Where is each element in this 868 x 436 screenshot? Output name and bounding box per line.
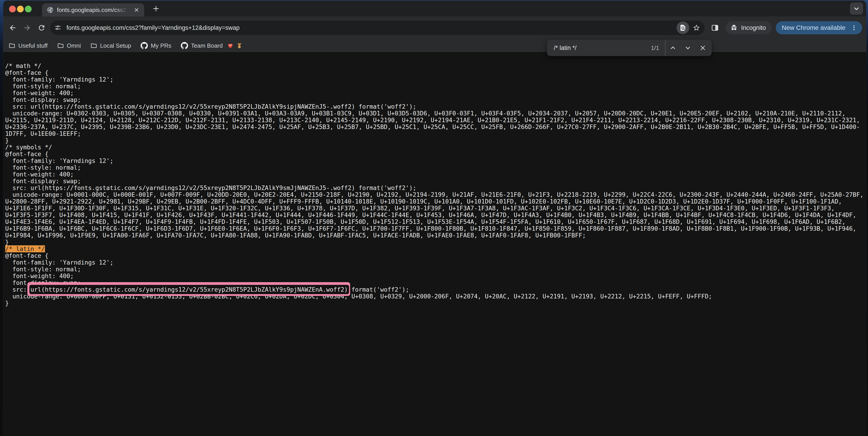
- code-line: src: url(https://fonts.gstatic.com/s/yar…: [5, 103, 416, 110]
- bookmark-folder-omni[interactable]: Omni: [57, 42, 81, 49]
- bookmark-label: My PRs: [151, 42, 171, 49]
- incognito-label: Incognito: [741, 24, 766, 31]
- find-input[interactable]: /* latin */: [554, 44, 651, 52]
- bookmark-star-icon[interactable]: [690, 22, 703, 34]
- incognito-icon: [730, 24, 738, 32]
- find-in-page-icon[interactable]: [677, 22, 689, 34]
- code-line: }: [5, 137, 9, 144]
- tab-title: fonts.googleapis.com/css2?fa: [57, 6, 129, 13]
- forward-button[interactable]: [20, 21, 34, 35]
- find-next-button[interactable]: [680, 41, 695, 55]
- incognito-badge: Incognito: [725, 21, 772, 34]
- find-bar: /* latin */ 1/1: [547, 40, 712, 56]
- find-match-count: 1/1: [651, 44, 659, 52]
- code-line: font-style: normal;: [5, 266, 81, 273]
- code-line: font-family: 'Yarndings 12';: [5, 259, 114, 266]
- code-line: font-display: swap;: [5, 96, 81, 103]
- url-text[interactable]: fonts.googleapis.com/css2?family=Yarndin…: [66, 24, 677, 31]
- code-line: }: [5, 300, 9, 307]
- bookmark-folder-local-setup[interactable]: Local Setup: [90, 42, 131, 49]
- tab-strip: fonts.googleapis.com/css2?fa: [3, 0, 866, 16]
- zoom-window-button[interactable]: [25, 6, 32, 12]
- site-info-icon[interactable]: [52, 22, 64, 34]
- code-line: font-weight: 400;: [5, 272, 74, 279]
- code-line: font-weight: 400;: [5, 90, 74, 97]
- tab-close-icon[interactable]: [132, 5, 141, 14]
- back-button[interactable]: [5, 21, 20, 35]
- bookmark-folder-useful-stuff[interactable]: Useful stuff: [8, 42, 48, 49]
- code-line: unicode-range: U+0001-000C, U+000E-001F,…: [5, 191, 866, 239]
- code-line: @font-face {: [5, 150, 49, 158]
- code-line: font-weight: 400;: [5, 171, 74, 178]
- browser-window: fonts.googleapis.com/css2?fa fonts.googl…: [3, 0, 866, 436]
- find-match-active: /* latin */: [5, 245, 45, 252]
- code-line: unicode-range: U+0302-0303, U+0305, U+03…: [5, 110, 864, 137]
- code-line: font-style: normal;: [5, 164, 81, 171]
- teddy-bear-emoji: [236, 42, 243, 49]
- toolbar: fonts.googleapis.com/css2?family=Yarndin…: [3, 16, 866, 39]
- folder-icon: [90, 42, 97, 49]
- code-line: @font-face {: [5, 69, 49, 76]
- bookmark-label: Omni: [67, 42, 81, 49]
- globe-icon: [46, 6, 54, 13]
- more-menu-icon[interactable]: [848, 22, 860, 33]
- code-line: src: url(https://fonts.gstatic.com/s/yar…: [5, 185, 416, 191]
- find-close-icon[interactable]: [695, 41, 710, 55]
- active-tab[interactable]: fonts.googleapis.com/css2?fa: [42, 3, 144, 16]
- bookmark-emojis: [227, 42, 243, 49]
- github-icon: [181, 42, 188, 49]
- update-chrome-button[interactable]: New Chrome available: [776, 21, 862, 34]
- annotated-font-url: url(https://fonts.gstatic.com/s/yarnding…: [31, 286, 348, 293]
- mending-heart-emoji: [227, 42, 234, 49]
- code-line: @font-face {: [5, 252, 49, 259]
- bookmark-label: Team Board: [191, 42, 223, 49]
- bookmark-label: Local Setup: [100, 42, 131, 49]
- bookmark-my-prs[interactable]: My PRs: [141, 42, 171, 49]
- code-line: /* math */: [5, 62, 41, 69]
- css-source: /* math */ @font-face { font-family: 'Ya…: [3, 53, 866, 309]
- new-tab-button[interactable]: [150, 2, 162, 15]
- reload-button[interactable]: [34, 21, 49, 35]
- code-line: font-family: 'Yarndings 12';: [5, 76, 114, 83]
- code-line: src:: [5, 286, 31, 293]
- url-annotation-highlight: url(https://fonts.gstatic.com/s/yarnding…: [31, 286, 348, 293]
- traffic-lights: [9, 6, 32, 12]
- code-line: }: [5, 239, 9, 245]
- folder-icon: [57, 42, 64, 49]
- omnibox[interactable]: fonts.googleapis.com/css2?family=Yarndin…: [50, 21, 705, 35]
- bookmark-label: Useful stuff: [18, 42, 48, 49]
- close-window-button[interactable]: [9, 6, 16, 12]
- page-content: /* math */ @font-face { font-family: 'Ya…: [3, 53, 866, 436]
- tab-search-button[interactable]: [850, 2, 863, 15]
- code-line: format('woff2');: [348, 286, 409, 293]
- find-previous-button[interactable]: [665, 41, 680, 55]
- minimize-window-button[interactable]: [17, 6, 24, 12]
- code-line: font-family: 'Yarndings 12';: [5, 157, 114, 164]
- bookmarks-bar: Useful stuff Omni Local Setup My PRs Tea…: [3, 39, 866, 53]
- bookmark-team-board[interactable]: Team Board: [181, 42, 243, 49]
- side-panel-icon[interactable]: [708, 21, 722, 35]
- github-icon: [141, 42, 148, 49]
- update-chrome-label: New Chrome available: [782, 24, 845, 31]
- folder-icon: [8, 42, 16, 49]
- code-line: /* symbols */: [5, 144, 52, 151]
- code-line: font-style: normal;: [5, 83, 81, 90]
- code-line: font-display: swap;: [5, 177, 81, 185]
